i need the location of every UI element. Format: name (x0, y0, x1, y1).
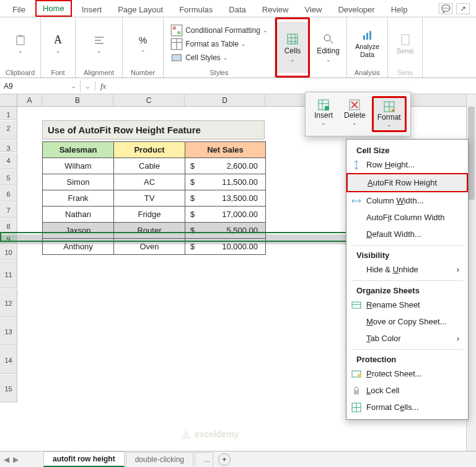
tab-view[interactable]: View (298, 2, 328, 17)
menu-format-cells-dialog[interactable]: Format Cells... (346, 399, 468, 416)
menu-section-cell-size: Cell Size (346, 143, 468, 156)
row-header[interactable]: 10 (0, 244, 17, 260)
format-as-table-button[interactable]: Format as Table⌄ (170, 38, 246, 50)
row-header[interactable]: 13 (0, 318, 17, 345)
row-height-icon (351, 160, 361, 170)
menu-rename-sheet[interactable]: Rename Sheet (346, 296, 468, 313)
share-icon[interactable]: ↗ (456, 3, 470, 14)
sheet-tab[interactable]: double-clicking (126, 452, 193, 466)
delete-cells-button[interactable]: Delete⌄ (340, 96, 369, 132)
row-header[interactable]: 8 (0, 218, 17, 234)
delete-icon (348, 99, 361, 111)
watermark: exceldemy (180, 428, 239, 440)
menu-column-width[interactable]: Column Width... (346, 192, 468, 209)
menu-section-visibility: Visibility (346, 248, 468, 261)
sheet-nav-next-icon[interactable]: ▶ (13, 455, 19, 464)
insert-cells-button[interactable]: Insert⌄ (309, 96, 338, 132)
row-header[interactable]: 7 (0, 202, 17, 218)
cells-button[interactable]: Cells⌄ (277, 22, 308, 73)
group-styles-label: Styles (210, 69, 229, 76)
cells-icon (286, 33, 299, 45)
svg-rect-26 (325, 106, 329, 110)
chevron-right-icon: › (457, 265, 459, 274)
tab-data[interactable]: Data (223, 2, 252, 17)
group-font-label: Font (51, 69, 64, 76)
tab-review[interactable]: Review (256, 2, 295, 17)
tab-developer[interactable]: Developer (332, 2, 381, 17)
format-cells-button[interactable]: Format⌄ (372, 96, 407, 132)
table-row: NathanFridge$17,000.00 (43, 207, 266, 223)
svg-rect-21 (369, 31, 371, 40)
menu-row-height[interactable]: Row Height... (346, 156, 468, 173)
conditional-formatting-button[interactable]: Conditional Formatting⌄ (170, 24, 268, 37)
formula-bar[interactable] (111, 81, 476, 92)
comments-icon[interactable]: 💬 (439, 3, 452, 14)
row-header[interactable]: 4 (0, 153, 17, 169)
tab-help[interactable]: Help (385, 2, 414, 17)
tab-insert[interactable]: Insert (76, 2, 108, 17)
row-header[interactable]: 2 (0, 120, 17, 140)
row-header[interactable]: 11 (0, 260, 17, 288)
row-header[interactable]: 14 (0, 346, 17, 374)
page-title: Use of AutoFit Row Height Feature (42, 120, 265, 140)
table-row: WilhamCable$2,600.00 (43, 158, 266, 174)
svg-rect-19 (363, 35, 365, 40)
row-header[interactable]: 1 (0, 107, 17, 120)
col-header[interactable]: A (17, 94, 42, 106)
number-icon: % (139, 35, 147, 45)
row-header[interactable]: 3 (0, 140, 17, 152)
tab-formulas[interactable]: Formulas (173, 2, 219, 17)
new-sheet-button[interactable]: + (218, 453, 231, 466)
menu-hide-unhide[interactable]: Hide & Unhide› (346, 261, 468, 278)
svg-rect-7 (177, 31, 180, 34)
analyze-data-button[interactable]: Analyze Data (351, 20, 383, 68)
sheet-nav-prev-icon[interactable]: ◀ (4, 455, 9, 464)
svg-rect-20 (366, 33, 368, 40)
menu-default-width[interactable]: Default Width... (346, 226, 468, 242)
tab-page-layout[interactable]: Page Layout (112, 2, 169, 17)
menu-protect-sheet[interactable]: Protect Sheet... (346, 365, 468, 382)
sensitivity-button[interactable]: Sensi (390, 20, 421, 68)
chevron-right-icon: › (457, 334, 459, 343)
menu-section-organize: Organize Sheets (346, 283, 468, 296)
rename-icon (351, 300, 361, 310)
row-header[interactable]: 12 (0, 289, 17, 317)
table-row: JaxsonRouter$5,500.00 (43, 223, 266, 239)
tab-file[interactable]: File (6, 2, 32, 17)
format-cells-icon (351, 403, 361, 412)
editing-button[interactable]: Editing⌄ (313, 20, 344, 75)
cell-styles-button[interactable]: Cell Styles⌄ (170, 51, 228, 64)
select-all-triangle[interactable] (0, 94, 17, 106)
row-header[interactable]: 9 (0, 234, 17, 244)
row-header[interactable]: 5 (0, 170, 17, 185)
row-header[interactable]: 6 (0, 186, 17, 202)
menu-move-copy-sheet[interactable]: Move or Copy Sheet... (346, 313, 468, 330)
table-row: AnthonyOven$10,000.00 (43, 239, 266, 255)
ribbon: ⌄ Clipboard A⌄ Font ⌄ Alignment %⌄ Numbe… (0, 17, 476, 78)
sheet-tab-more[interactable]: ... (195, 452, 213, 466)
menu-tab-color[interactable]: Tab Color› (346, 330, 468, 347)
clipboard-icon (14, 34, 27, 47)
th-salesman: Salesman (43, 142, 114, 158)
table-row: FrankTV$13,500.00 (43, 190, 266, 207)
svg-rect-38 (358, 374, 361, 377)
menu-section-protection: Protection (346, 352, 468, 365)
sheet-tab-active[interactable]: autofit row height (43, 451, 125, 467)
fx-icon[interactable]: fx (95, 81, 111, 91)
row-header[interactable]: 15 (0, 375, 17, 403)
name-box[interactable]: A9⌄ (0, 81, 81, 92)
group-sens-label: Sens (397, 69, 413, 76)
menu-lock-cell[interactable]: Lock Cell (346, 382, 468, 399)
svg-rect-11 (172, 55, 182, 61)
tab-home[interactable]: Home (35, 0, 72, 17)
menu-autofit-row-height[interactable]: AutoFit Row Height (346, 173, 468, 192)
svg-point-17 (324, 35, 330, 41)
svg-rect-35 (352, 302, 361, 308)
svg-rect-12 (288, 34, 298, 44)
menu-autofit-column-width[interactable]: AutoFit Column Width (346, 209, 468, 226)
th-product: Product (114, 142, 185, 158)
col-header[interactable]: D (185, 94, 265, 106)
col-header[interactable]: C (113, 94, 185, 106)
col-header[interactable]: B (42, 94, 113, 106)
group-analysis-label: Analysis (355, 69, 380, 76)
